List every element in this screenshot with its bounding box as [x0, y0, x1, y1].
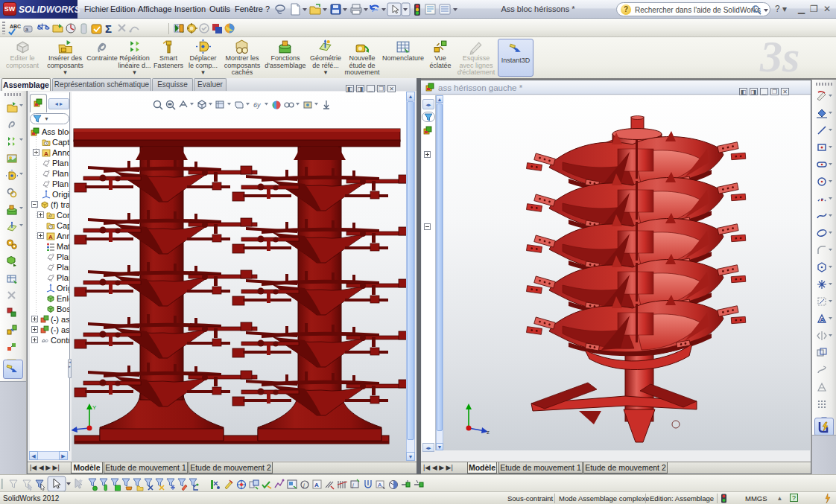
svg-text:a: a: [25, 27, 28, 32]
svg-text:A: A: [820, 316, 825, 323]
svg-text:j: j: [352, 482, 354, 488]
svg-text:A: A: [378, 482, 382, 488]
svg-text:Σ: Σ: [105, 22, 112, 35]
svg-text:j: j: [303, 482, 305, 488]
svg-text:z: z: [487, 429, 490, 436]
svg-text:A: A: [314, 482, 319, 488]
svg-text:Y: Y: [92, 404, 97, 411]
svg-text:ABC: ABC: [10, 24, 21, 29]
